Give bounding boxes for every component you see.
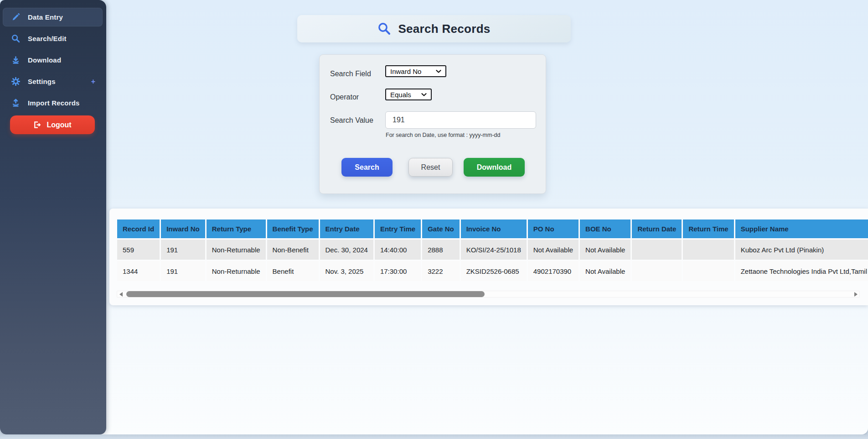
sidebar-item-label: Settings bbox=[28, 78, 56, 85]
settings-expand-icon[interactable]: + bbox=[91, 78, 95, 86]
sidebar: Data Entry Search/Edit Download Settings bbox=[0, 0, 106, 434]
search-form-card: Search Field Inward No Operator Equals S… bbox=[319, 54, 546, 194]
page-background-strip bbox=[0, 434, 868, 439]
gear-icon bbox=[11, 77, 20, 86]
page-title: Search Records bbox=[398, 22, 490, 36]
sidebar-item-label: Import Records bbox=[28, 99, 80, 107]
app-window: Data Entry Search/Edit Download Settings bbox=[0, 0, 868, 434]
column-header: BOE No bbox=[580, 220, 630, 238]
table-cell: Not Available bbox=[580, 240, 630, 260]
search-button[interactable]: Search bbox=[341, 158, 393, 177]
table-cell: Not Available bbox=[528, 240, 579, 260]
table-cell: 14:40:00 bbox=[375, 240, 421, 260]
results-table: Record IdInward NoReturn TypeBenefit Typ… bbox=[116, 218, 868, 282]
table-cell: 2888 bbox=[422, 240, 460, 260]
table-row[interactable]: 1344191Non-ReturnableBenefitNov. 3, 2025… bbox=[117, 261, 868, 281]
logout-icon bbox=[33, 121, 41, 129]
chevron-down-icon bbox=[421, 93, 427, 96]
table-cell: Nov. 3, 2025 bbox=[320, 261, 373, 281]
table-cell: Kuboz Arc Pvt Ltd (Pinakin) bbox=[735, 240, 868, 260]
table-cell: Benefit bbox=[267, 261, 319, 281]
operator-label: Operator bbox=[330, 93, 359, 101]
upload-icon bbox=[11, 99, 20, 107]
table-cell: 191 bbox=[161, 240, 205, 260]
table-cell: 4902170390 bbox=[528, 261, 579, 281]
table-cell: 191 bbox=[161, 261, 205, 281]
column-header: Benefit Type bbox=[267, 220, 319, 238]
table-cell: Non-Returnable bbox=[207, 240, 266, 260]
sidebar-item-label: Download bbox=[28, 56, 61, 64]
column-header: PO No bbox=[528, 220, 579, 238]
download-icon bbox=[11, 56, 20, 64]
column-header: Entry Time bbox=[375, 220, 421, 238]
search-field-select[interactable]: Inward No bbox=[385, 65, 446, 77]
logout-label: Logout bbox=[46, 121, 71, 129]
table-cell bbox=[632, 261, 682, 281]
table-cell: Not Available bbox=[580, 261, 630, 281]
table-scroll-area[interactable]: Record IdInward NoReturn TypeBenefit Typ… bbox=[116, 218, 868, 283]
column-header: Return Date bbox=[632, 220, 682, 238]
table-cell: KO/SI/24-25/1018 bbox=[461, 240, 527, 260]
table-cell: Non-Returnable bbox=[207, 261, 266, 281]
results-card: Record IdInward NoReturn TypeBenefit Typ… bbox=[109, 209, 868, 305]
column-header: Gate No bbox=[422, 220, 460, 238]
search-value-input[interactable] bbox=[385, 111, 536, 129]
search-field-selected-value: Inward No bbox=[390, 68, 432, 75]
horizontal-scrollbar-thumb[interactable] bbox=[126, 291, 485, 297]
column-header: Return Time bbox=[683, 220, 734, 238]
scroll-right-icon[interactable] bbox=[854, 292, 858, 297]
chevron-down-icon bbox=[436, 70, 441, 73]
sidebar-item-settings[interactable]: Settings + bbox=[0, 71, 106, 92]
table-cell bbox=[632, 240, 682, 260]
sidebar-nav: Data Entry Search/Edit Download Settings bbox=[0, 6, 106, 114]
operator-selected-value: Equals bbox=[390, 91, 418, 99]
sidebar-item-label: Data Entry bbox=[28, 13, 63, 21]
table-cell: 1344 bbox=[117, 261, 160, 281]
download-button[interactable]: Download bbox=[464, 158, 525, 177]
search-field-label: Search Field bbox=[330, 70, 371, 78]
table-cell: Non-Benefit bbox=[267, 240, 319, 260]
table-cell: Zettaone Technologies India Pvt Ltd,Tami… bbox=[735, 261, 868, 281]
column-header: Return Type bbox=[207, 220, 266, 238]
search-icon bbox=[11, 34, 20, 43]
table-header: Record IdInward NoReturn TypeBenefit Typ… bbox=[117, 220, 868, 238]
reset-button[interactable]: Reset bbox=[408, 158, 453, 177]
search-icon bbox=[377, 22, 391, 36]
table-cell: 3222 bbox=[422, 261, 460, 281]
page-header: Search Records bbox=[297, 15, 571, 42]
search-value-label: Search Value bbox=[330, 116, 373, 125]
table-cell: Dec. 30, 2024 bbox=[320, 240, 373, 260]
table-cell: 559 bbox=[117, 240, 160, 260]
column-header: Invoice No bbox=[461, 220, 527, 238]
sidebar-item-search-edit[interactable]: Search/Edit bbox=[0, 28, 106, 49]
logout-button[interactable]: Logout bbox=[10, 115, 95, 134]
sidebar-item-data-entry[interactable]: Data Entry bbox=[0, 6, 106, 28]
table-cell: 17:30:00 bbox=[375, 261, 421, 281]
table-row[interactable]: 559191Non-ReturnableNon-BenefitDec. 30, … bbox=[117, 240, 868, 260]
sidebar-item-import-records[interactable]: Import Records bbox=[0, 92, 106, 114]
table-cell: ZKSID2526-0685 bbox=[461, 261, 527, 281]
column-header: Entry Date bbox=[320, 220, 373, 238]
sidebar-item-download[interactable]: Download bbox=[0, 49, 106, 71]
table-cell bbox=[683, 261, 734, 281]
sidebar-item-label: Search/Edit bbox=[28, 35, 67, 42]
operator-select[interactable]: Equals bbox=[385, 89, 432, 100]
column-header: Inward No bbox=[161, 220, 205, 238]
scroll-left-icon[interactable] bbox=[119, 292, 123, 297]
column-header: Supplier Name bbox=[735, 220, 868, 238]
column-header: Record Id bbox=[117, 220, 160, 238]
table-cell bbox=[683, 240, 734, 260]
pencil-icon bbox=[11, 13, 20, 21]
date-format-hint: For search on Date, use format : yyyy-mm… bbox=[386, 132, 500, 138]
